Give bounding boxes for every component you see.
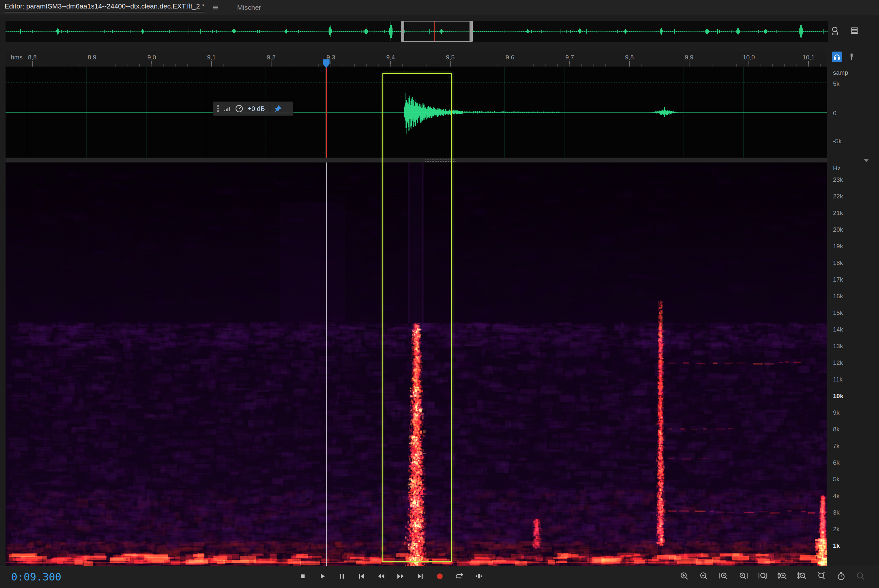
chevron-down-icon[interactable] xyxy=(864,159,869,162)
timeline-tick-label: 9,9 xyxy=(678,54,700,61)
zoom-reset-icon[interactable] xyxy=(854,569,867,583)
timeline-tick-label: 9,8 xyxy=(618,54,641,61)
waveform-axis-label: 0 xyxy=(833,110,837,117)
marker-icon[interactable] xyxy=(847,52,856,62)
timeline-tick-label: 9,5 xyxy=(439,54,462,61)
zoom-in-icon[interactable] xyxy=(678,569,691,583)
frequency-axis-label: 6k xyxy=(833,459,840,466)
timeline-tick-label: 8,9 xyxy=(81,54,104,61)
timed-record-icon[interactable] xyxy=(835,569,848,583)
tab-bar: Editor: paramISM3--dm6aa1s14--24400--dtx… xyxy=(0,0,879,15)
tab-mischer[interactable]: Mischer xyxy=(232,0,266,15)
timeline-tick-label: 10,1 xyxy=(797,54,820,61)
zoom-in-frequency-icon[interactable] xyxy=(776,569,789,583)
playhead-line-spectrogram[interactable] xyxy=(326,162,327,566)
zoom-selection-icon[interactable] xyxy=(756,569,770,583)
editor-menu-icon[interactable] xyxy=(849,25,860,36)
frequency-axis-label: 18k xyxy=(833,260,843,267)
skip-to-start-button[interactable] xyxy=(354,569,369,584)
timeline-tick-label: 9,1 xyxy=(200,54,223,61)
zoom-overview-icon[interactable] xyxy=(830,25,842,36)
level-meter-icon xyxy=(223,105,231,112)
skip-selection-button[interactable] xyxy=(471,569,486,584)
playhead-line-waveform[interactable] xyxy=(326,67,327,158)
timeline-tick-label: 9,6 xyxy=(498,54,521,61)
frequency-axis-label: 22k xyxy=(833,193,843,200)
gain-knob-icon[interactable] xyxy=(234,104,244,114)
skip-to-end-button[interactable] xyxy=(413,569,428,584)
frequency-axis-label: 5k xyxy=(833,476,840,483)
frequency-axis-label: 23k xyxy=(833,176,843,183)
zoom-out-frequency-icon[interactable] xyxy=(795,569,808,583)
timeline-tick-label: 9,7 xyxy=(558,54,581,61)
right-axis-panel[interactable]: samp 5k 0 -5k Hz 23k22k21k20k19k18k17k16… xyxy=(827,49,879,566)
frequency-axis-label: 15k xyxy=(833,309,843,316)
editor-tab-label: Editor: paramISM3--dm6aa1s14--24400--dtx… xyxy=(4,2,205,12)
frequency-axis-label: 4k xyxy=(833,492,840,500)
time-display[interactable]: 0:09.300 xyxy=(11,571,62,583)
stop-button[interactable] xyxy=(295,569,310,584)
frequency-axis-label: 1k xyxy=(833,542,840,549)
overview-range-selector[interactable] xyxy=(403,21,471,42)
overview-playhead[interactable] xyxy=(434,21,435,41)
timeline-tick-label: 9,4 xyxy=(379,54,402,61)
gain-value[interactable]: +0 dB xyxy=(248,105,265,112)
range-handle-left[interactable] xyxy=(401,21,404,42)
timeline-tick-label: 9,2 xyxy=(260,54,282,61)
zoom-out-full-icon[interactable] xyxy=(815,569,828,583)
zoom-in-right-edge-icon[interactable] xyxy=(737,569,750,583)
transport-controls xyxy=(295,569,486,584)
zoom-out-icon[interactable] xyxy=(698,569,711,583)
loop-playback-button[interactable] xyxy=(452,569,467,584)
frequency-axis-label: 3k xyxy=(833,509,840,516)
spectrogram-axis-unit: Hz xyxy=(833,165,840,172)
timeline-tick-label: 10,0 xyxy=(737,54,760,61)
frequency-axis-label: 16k xyxy=(833,293,843,300)
gain-hud[interactable]: +0 dB xyxy=(213,102,293,116)
overview-toolbar xyxy=(830,25,860,36)
tab-editor[interactable]: Editor: paramISM3--dm6aa1s14--24400--dtx… xyxy=(0,0,209,15)
play-button[interactable] xyxy=(315,569,330,584)
pause-button[interactable] xyxy=(334,569,350,584)
panel-menu-icon[interactable] xyxy=(211,3,220,12)
spectral-selection-box[interactable] xyxy=(382,73,452,562)
timeline-tick-label: 9,3 xyxy=(320,54,342,61)
transport-bar: 0:09.300 xyxy=(0,566,879,588)
frequency-axis-label: 7k xyxy=(833,442,840,450)
overview-strip[interactable] xyxy=(6,21,828,42)
timeline-tick-label: 8,8 xyxy=(21,54,44,61)
fast-forward-button[interactable] xyxy=(393,569,408,584)
frequency-axis-label: 20k xyxy=(833,226,843,233)
hud-drag-handle[interactable] xyxy=(217,104,219,113)
waveform-axis-label: 5k xyxy=(833,80,840,87)
frequency-axis-label: 9k xyxy=(833,409,840,416)
frequency-axis-label: 21k xyxy=(833,210,843,217)
frequency-axis-label: 8k xyxy=(833,426,840,433)
frequency-axis-label: 11k xyxy=(833,376,843,383)
frequency-axis-label: 19k xyxy=(833,243,843,250)
zoom-in-left-edge-icon[interactable] xyxy=(717,569,730,583)
timeline-tick-label: 9,0 xyxy=(140,54,163,61)
rewind-button[interactable] xyxy=(374,569,388,584)
waveform-axis-label: -5k xyxy=(833,138,842,145)
frequency-axis-label: 14k xyxy=(833,326,843,333)
timeline-ruler[interactable]: hms 8,88,99,09,19,29,39,49,59,69,79,89,9… xyxy=(6,51,828,67)
range-handle-right[interactable] xyxy=(470,21,473,42)
waveform-axis-unit: samp xyxy=(833,69,848,76)
frequency-axis-label: 17k xyxy=(833,276,843,283)
zoom-toolbar xyxy=(678,569,867,583)
frequency-axis-label: 10k xyxy=(833,393,843,400)
frequency-axis-label: 12k xyxy=(833,359,843,366)
headphones-icon[interactable] xyxy=(832,51,842,62)
record-button[interactable] xyxy=(432,569,447,584)
pin-icon[interactable] xyxy=(274,104,282,113)
frequency-axis-label: 2k xyxy=(833,526,840,533)
frequency-axis-label: 13k xyxy=(833,343,843,350)
mischer-tab-label: Mischer xyxy=(237,4,261,11)
